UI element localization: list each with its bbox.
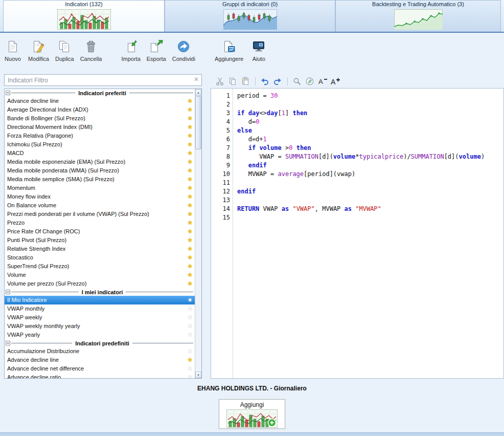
- import-button[interactable]: Importa: [119, 37, 143, 63]
- indicator-list-item[interactable]: Advance decline ratio☆: [5, 373, 195, 378]
- code-line[interactable]: 14RETURN VWAP as "VWAP", MVWAP as "MVWAP…: [211, 205, 503, 213]
- redo-icon[interactable]: [271, 76, 283, 86]
- indicator-list-item[interactable]: Volume per prezzo (Sul Prezzo)★: [5, 279, 195, 288]
- indicator-list-item[interactable]: Accumulazione Distribuzione☆: [5, 347, 195, 356]
- favorite-star-icon[interactable]: ★: [187, 245, 193, 253]
- clear-filter-icon[interactable]: ✕: [194, 76, 199, 83]
- cut-icon[interactable]: [214, 76, 225, 86]
- favorite-star-icon[interactable]: ★: [187, 192, 193, 201]
- comment-icon[interactable]: [304, 76, 315, 86]
- favorite-star-icon[interactable]: ★: [187, 219, 193, 227]
- favorite-star-icon[interactable]: ★: [187, 296, 193, 304]
- favorite-star-icon[interactable]: ★: [187, 271, 193, 279]
- indicator-list-item[interactable]: VWAP yearly☆: [5, 331, 195, 339]
- font-decrease-icon[interactable]: A: [316, 76, 328, 86]
- scrollbar-thumb[interactable]: [195, 96, 201, 149]
- help-button[interactable]: Aiuto: [247, 37, 270, 63]
- favorite-star-icon[interactable]: ★: [187, 253, 193, 262]
- indicator-list-item[interactable]: Il Mio Indicatore★: [5, 296, 195, 304]
- scroll-down-button[interactable]: ▼: [195, 372, 201, 378]
- favorite-star-icon[interactable]: ☆: [187, 373, 193, 378]
- indicator-list-item[interactable]: Media mobile semplice (SMA) (Sul Prezzo)…: [5, 175, 195, 184]
- indicator-list-item[interactable]: Directional Movement Index (DMI)★: [5, 123, 195, 132]
- share-button[interactable]: Condividi: [170, 37, 198, 63]
- favorite-star-icon[interactable]: ☆: [187, 322, 193, 331]
- undo-icon[interactable]: [259, 76, 270, 86]
- code-line[interactable]: 7 if volume >0 then: [211, 144, 503, 152]
- favorite-star-icon[interactable]: ☆: [187, 331, 193, 339]
- add-indicator-button[interactable]: Aggiungi: [219, 399, 285, 429]
- indicator-list-item[interactable]: VWAP weekly monthly yearly☆: [5, 322, 195, 331]
- indicator-list-item[interactable]: Prezzi medi ponderati per il volume (VWA…: [5, 210, 195, 219]
- collapse-icon[interactable]: [6, 341, 10, 345]
- indicator-filter-input[interactable]: [4, 74, 202, 86]
- favorite-star-icon[interactable]: ★: [187, 184, 193, 192]
- code-line[interactable]: 12endif: [211, 187, 503, 196]
- indicator-list-item[interactable]: Momentum★: [5, 184, 195, 192]
- code-line[interactable]: 4 d=0: [211, 118, 503, 126]
- export-button[interactable]: Esporta: [144, 37, 169, 63]
- favorite-star-icon[interactable]: ★: [187, 262, 193, 271]
- favorite-star-icon[interactable]: ★: [187, 97, 193, 105]
- favorite-star-icon[interactable]: ★: [187, 236, 193, 245]
- code-area[interactable]: 1period = 3023if day<>day[1] then4 d=05e…: [211, 89, 503, 378]
- code-editor[interactable]: 1period = 3023if day<>day[1] then4 d=05e…: [211, 88, 504, 379]
- code-line[interactable]: 6 d=d+1: [211, 135, 503, 144]
- code-line[interactable]: 10 MVWAP = average[period](vwap): [211, 170, 503, 179]
- font-increase-icon[interactable]: A: [329, 76, 341, 86]
- collapse-icon[interactable]: [6, 91, 10, 95]
- new-button[interactable]: Nuovo: [1, 37, 25, 63]
- tab-indicators[interactable]: Indicatori (132): [3, 0, 165, 32]
- indicator-list-item[interactable]: Volume★: [5, 271, 195, 279]
- favorite-star-icon[interactable]: ★: [187, 166, 193, 175]
- list-scrollbar[interactable]: ▲ ▼: [195, 89, 201, 378]
- favorite-star-icon[interactable]: ★: [187, 105, 193, 114]
- indicator-list-item[interactable]: Advance decline line★: [5, 356, 195, 364]
- favorite-star-icon[interactable]: ★: [187, 140, 193, 149]
- code-line[interactable]: 1period = 30: [211, 92, 503, 100]
- code-line[interactable]: 5else: [211, 126, 503, 135]
- favorite-star-icon[interactable]: ☆: [187, 364, 193, 373]
- indicator-list-item[interactable]: VWAP weekly☆: [5, 313, 195, 322]
- indicator-list-item[interactable]: MACD★: [5, 149, 195, 158]
- favorite-star-icon[interactable]: ☆: [187, 313, 193, 322]
- add-button[interactable]: Aggiungere: [212, 37, 246, 63]
- favorite-star-icon[interactable]: ★: [187, 201, 193, 210]
- edit-button[interactable]: Modifica: [26, 37, 52, 63]
- favorite-star-icon[interactable]: ★: [187, 158, 193, 166]
- collapse-icon[interactable]: [6, 290, 10, 294]
- code-line[interactable]: 8 VWAP = SUMMATION[d](volume*typicalpric…: [211, 152, 503, 161]
- indicator-list-item[interactable]: Advance decline net difference☆: [5, 364, 195, 373]
- indicator-list-item[interactable]: Punti Pivot (Sul Prezzo)★: [5, 236, 195, 245]
- code-line[interactable]: 3if day<>day[1] then: [211, 109, 503, 118]
- favorite-star-icon[interactable]: ★: [187, 149, 193, 158]
- tab-backtesting[interactable]: Backtesting e Trading Automatico (3): [335, 0, 501, 32]
- code-line[interactable]: 15: [211, 213, 503, 222]
- indicator-list-item[interactable]: Price Rate Of Change (ROC)★: [5, 227, 195, 236]
- indicator-list-item[interactable]: Relative Strength Index★: [5, 245, 195, 253]
- favorite-star-icon[interactable]: ★: [187, 114, 193, 123]
- favorite-star-icon[interactable]: ★: [187, 132, 193, 140]
- indicator-list-item[interactable]: Media mobile ponderata (WMA) (Sul Prezzo…: [5, 166, 195, 175]
- duplicate-button[interactable]: Duplica: [53, 37, 77, 63]
- favorite-star-icon[interactable]: ★: [187, 123, 193, 132]
- favorite-star-icon[interactable]: ★: [187, 279, 193, 288]
- indicator-list-item[interactable]: Bande di Bollinger (Sul Prezzo)★: [5, 114, 195, 123]
- tab-indicator-groups[interactable]: Gruppi di indicatori (0): [165, 0, 335, 32]
- code-line[interactable]: 11: [211, 179, 503, 187]
- code-line[interactable]: 2: [211, 100, 503, 109]
- indicator-list-item[interactable]: On Balance volume★: [5, 201, 195, 210]
- paste-icon[interactable]: [239, 76, 251, 86]
- delete-button[interactable]: Cancella: [78, 37, 105, 63]
- favorite-star-icon[interactable]: ★: [187, 210, 193, 219]
- favorite-star-icon[interactable]: ☆: [187, 347, 193, 356]
- code-line[interactable]: 13: [211, 196, 503, 205]
- search-icon[interactable]: [291, 76, 303, 86]
- indicator-list-item[interactable]: VWAP monthly☆: [5, 304, 195, 313]
- indicator-list-item[interactable]: Average Directional Index (ADX)★: [5, 105, 195, 114]
- indicator-list-item[interactable]: Media mobile esponenziale (EMA) (Sul Pre…: [5, 158, 195, 166]
- favorite-star-icon[interactable]: ★: [187, 356, 193, 364]
- indicator-list-item[interactable]: Money flow index★: [5, 192, 195, 201]
- favorite-star-icon[interactable]: ★: [187, 175, 193, 184]
- scroll-up-button[interactable]: ▲: [195, 89, 201, 96]
